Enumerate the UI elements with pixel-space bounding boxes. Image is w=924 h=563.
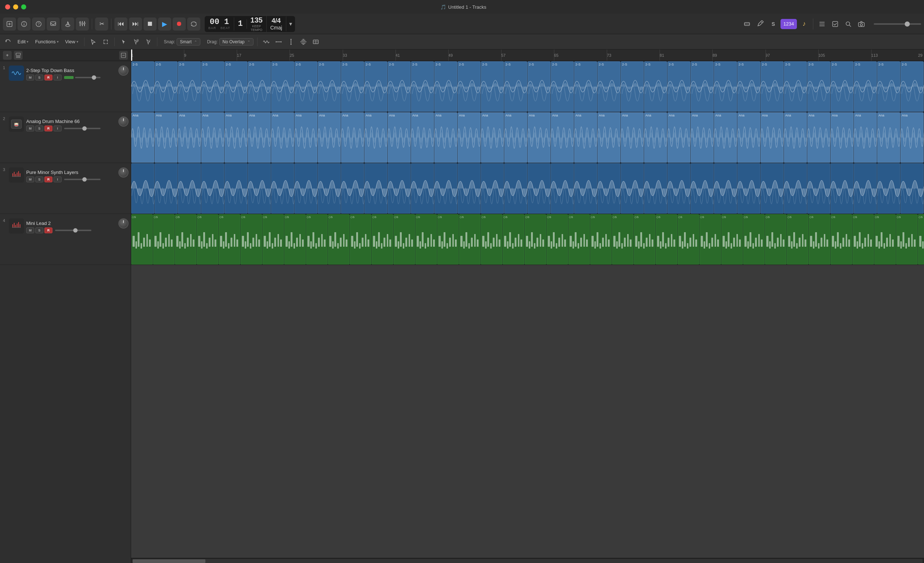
minimize-button[interactable]: [13, 4, 18, 9]
mute-button-2[interactable]: M: [26, 126, 34, 131]
track-view-button[interactable]: [14, 51, 22, 60]
camera-button[interactable]: [855, 18, 867, 30]
waveform-row-2[interactable]: Ana: [131, 112, 924, 163]
track-icon-3[interactable]: [9, 168, 24, 183]
record-button-3[interactable]: R: [44, 177, 52, 182]
volume-slider-4[interactable]: [55, 230, 92, 231]
record-button[interactable]: ⏺: [172, 18, 186, 31]
metronome-button[interactable]: [61, 18, 74, 31]
mute-button-3[interactable]: M: [26, 177, 34, 182]
view-menu[interactable]: View ▾: [63, 37, 81, 46]
time-sig-dropdown[interactable]: ▾: [286, 20, 295, 27]
track-info-4: Mini Lead 2 M S R: [26, 219, 116, 235]
pencil-button[interactable]: [754, 18, 766, 30]
volume-slider-1[interactable]: [75, 77, 100, 78]
checkbox-button[interactable]: [829, 18, 841, 30]
waveform-view-button[interactable]: [261, 37, 272, 47]
resize-h-button[interactable]: [310, 37, 321, 47]
time-sig-display[interactable]: 4/4 Cmaj: [267, 16, 286, 31]
forward-button[interactable]: ⏭: [129, 18, 142, 31]
pointer-tool-left[interactable]: [88, 37, 98, 47]
track-volume-3[interactable]: [64, 179, 100, 180]
eraser-button[interactable]: [741, 18, 753, 30]
separator2: [111, 19, 111, 30]
track-number-1: 1: [0, 66, 6, 70]
volume-slider-3[interactable]: [64, 179, 100, 180]
master-volume-slider[interactable]: [874, 23, 921, 25]
waveform-row-3[interactable]: [131, 163, 924, 214]
waveform-row-1[interactable]: 2-S: [131, 61, 924, 112]
track-volume-1[interactable]: [64, 76, 100, 79]
scissors-button[interactable]: ✂: [95, 18, 108, 31]
track-volume-4[interactable]: [55, 230, 92, 231]
num-button[interactable]: 1234: [780, 19, 797, 29]
track-icon-4[interactable]: [9, 219, 24, 234]
info-button[interactable]: [18, 18, 31, 31]
fit-vertical-button[interactable]: [286, 37, 296, 47]
record-button-2[interactable]: R: [44, 126, 52, 131]
mute-button-4[interactable]: M: [26, 228, 34, 233]
s-button[interactable]: S: [767, 18, 779, 30]
help-button[interactable]: ?: [32, 18, 45, 31]
cycle-button[interactable]: [187, 18, 200, 31]
track-knob-1[interactable]: [118, 66, 129, 76]
edit-menu[interactable]: Edit ▾: [15, 37, 31, 46]
waveform-svg-2: Ana: [131, 112, 924, 163]
horizontal-scrollbar[interactable]: [131, 558, 924, 563]
transport-display[interactable]: 00 1 BAR BEAT 1 135 KEEP TEMPO 4/4 Cmaj …: [205, 16, 295, 32]
play-button[interactable]: ▶: [158, 18, 171, 31]
rewind-button[interactable]: ⏮: [114, 18, 128, 31]
volume-indicator-1: [64, 76, 74, 79]
solo-button-3[interactable]: S: [35, 177, 44, 182]
message-button[interactable]: [46, 18, 60, 31]
functions-menu[interactable]: Functions ▾: [33, 37, 60, 46]
track-controls-2: M S R I: [26, 126, 116, 131]
track-icon-2[interactable]: 🥁: [9, 117, 24, 132]
window-title: Untitled 1 - Tracks: [448, 4, 487, 10]
track-knob-4[interactable]: [118, 219, 129, 229]
svg-rect-17: [832, 21, 838, 27]
split-tool-button[interactable]: [143, 37, 153, 47]
list-icon-button[interactable]: [816, 18, 828, 30]
input-button-1[interactable]: I: [54, 75, 62, 81]
marquee-tool[interactable]: [100, 37, 111, 47]
stop-button[interactable]: ⏹: [144, 18, 157, 31]
input-button-3[interactable]: I: [54, 177, 62, 182]
maximize-button[interactable]: [21, 4, 26, 9]
tempo-display[interactable]: 135 KEEP TEMPO: [247, 15, 267, 32]
track-options-button[interactable]: [119, 51, 128, 60]
main-content: + 1 2-Step Top Down Bass: [0, 49, 924, 563]
record-button-1[interactable]: R: [44, 75, 52, 81]
scrollbar-thumb[interactable]: [133, 559, 206, 563]
input-button-2[interactable]: I: [54, 126, 62, 131]
search-button[interactable]: [842, 18, 854, 30]
fit-horizontal-button[interactable]: [273, 37, 284, 47]
solo-button-2[interactable]: S: [35, 126, 44, 131]
cursor-button[interactable]: [118, 37, 129, 47]
drag-value-dropdown[interactable]: No Overlap ⌃: [219, 38, 254, 45]
add-tool-button[interactable]: [131, 37, 141, 47]
track-icon-1[interactable]: [9, 66, 24, 81]
separator: [92, 19, 92, 30]
close-button[interactable]: [5, 4, 10, 9]
svg-rect-49: [131, 61, 924, 112]
record-button-4[interactable]: R: [44, 228, 52, 233]
snap-value-dropdown[interactable]: Smart ⌃: [177, 38, 200, 45]
new-button[interactable]: [3, 18, 16, 31]
metronome-icon-button[interactable]: ♪: [798, 18, 810, 30]
solo-button-1[interactable]: S: [35, 75, 44, 81]
undo-button[interactable]: [3, 37, 13, 47]
tracks-content: 2-S: [131, 61, 924, 558]
mute-button-1[interactable]: M: [26, 75, 34, 81]
track-knob-3[interactable]: [118, 168, 129, 178]
waveform-row-4[interactable]: ◇S: [131, 214, 924, 265]
add-track-button[interactable]: +: [3, 51, 12, 60]
zoom-button[interactable]: [298, 37, 309, 47]
track-volume-2[interactable]: [64, 128, 100, 129]
mixer-button[interactable]: [76, 18, 89, 31]
tracks-scroll-area[interactable]: 2-S: [131, 61, 924, 558]
volume-slider-2[interactable]: [64, 128, 100, 129]
solo-button-4[interactable]: S: [35, 228, 44, 233]
track-knob-2[interactable]: [118, 117, 129, 127]
titlebar: 🎵 Untitled 1 - Tracks: [0, 0, 924, 14]
